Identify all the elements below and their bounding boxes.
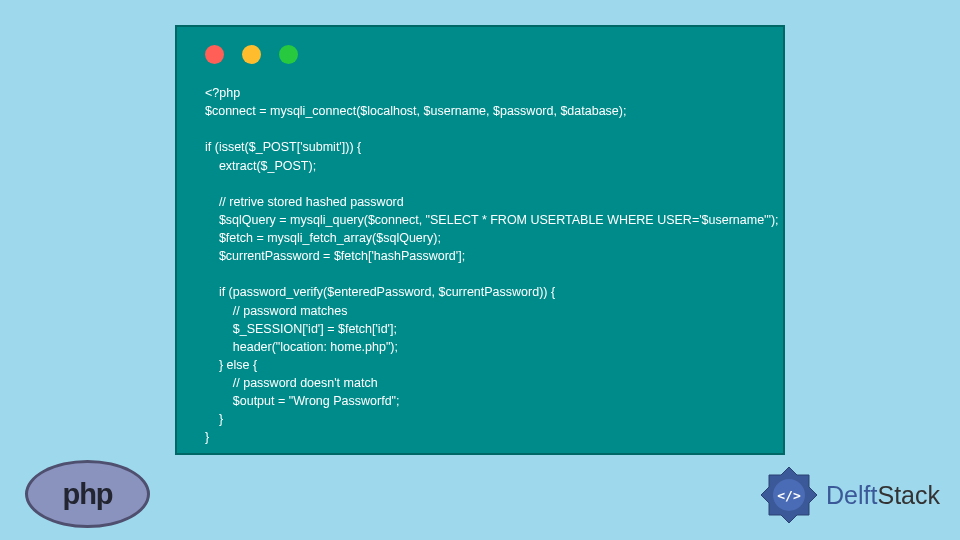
php-logo-ellipse: php	[25, 460, 150, 528]
code-content: <?php $connect = mysqli_connect($localho…	[177, 64, 783, 467]
window-controls	[177, 27, 783, 64]
delft-label: Delft	[826, 481, 877, 509]
delftstack-logo: </> DelftStack	[758, 464, 940, 526]
code-line: }	[205, 430, 209, 444]
code-line: $fetch = mysqli_fetch_array($sqlQuery);	[205, 231, 441, 245]
code-line: if (isset($_POST['submit'])) {	[205, 140, 361, 154]
php-logo: php	[25, 460, 150, 528]
delftstack-text: DelftStack	[826, 481, 940, 510]
svg-text:</>: </>	[777, 488, 801, 503]
code-line: extract($_POST);	[205, 159, 316, 173]
code-line: $currentPassword = $fetch['hashPassword'…	[205, 249, 465, 263]
code-line: $sqlQuery = mysqli_query($connect, "SELE…	[205, 213, 779, 227]
stack-label: Stack	[877, 481, 940, 509]
delftstack-icon: </>	[758, 464, 820, 526]
code-line: if (password_verify($enteredPassword, $c…	[205, 285, 555, 299]
code-line: header("location: home.php");	[205, 340, 398, 354]
code-window: <?php $connect = mysqli_connect($localho…	[175, 25, 785, 455]
code-line: }	[205, 412, 223, 426]
code-line: $_SESSION['id'] = $fetch['id'];	[205, 322, 397, 336]
code-line: } else {	[205, 358, 257, 372]
code-line: $connect = mysqli_connect($localhost, $u…	[205, 104, 626, 118]
minimize-dot[interactable]	[242, 45, 261, 64]
maximize-dot[interactable]	[279, 45, 298, 64]
close-dot[interactable]	[205, 45, 224, 64]
code-line: <?php	[205, 86, 240, 100]
php-logo-text: php	[62, 478, 112, 511]
code-line: // password matches	[205, 304, 347, 318]
code-line: // retrive stored hashed password	[205, 195, 404, 209]
code-line: // password doesn't match	[205, 376, 378, 390]
code-line: $output = "Wrong Passworfd";	[205, 394, 400, 408]
